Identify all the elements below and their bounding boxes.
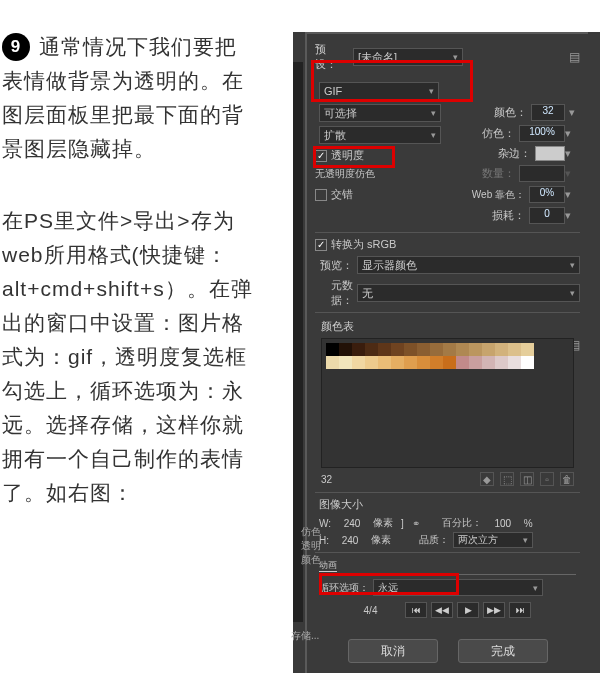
matte-swatch[interactable] — [535, 146, 565, 161]
colors-label: 颜色： — [457, 105, 531, 120]
quality-label: 品质： — [419, 533, 449, 547]
preview-label: 预览： — [315, 258, 357, 273]
prev-frame-button[interactable]: ◀◀ — [431, 602, 453, 618]
matte-dither-label: 无透明度仿色 — [315, 167, 375, 181]
width-input[interactable]: 240 — [335, 518, 369, 529]
dither-amt-label: 仿色： — [457, 126, 519, 141]
color-count: 32 — [321, 474, 332, 485]
metadata-label: 元数据： — [315, 278, 357, 308]
lock-icon[interactable]: ⬚ — [500, 472, 514, 486]
dither-amt-input[interactable]: 100% — [519, 125, 565, 142]
preview-select[interactable]: 显示器颜色▾ — [357, 256, 580, 274]
highlight-loop — [319, 573, 459, 595]
save-for-web-panel: 预设： [未命名]▾ ▤ GIF▾ 可选择▾ 扩散▾ ✓透明度 无透明度仿色 交… — [293, 32, 600, 673]
metadata-select[interactable]: 无▾ — [357, 284, 580, 302]
cancel-button[interactable]: 取消 — [348, 639, 438, 663]
highlight-transparency — [313, 146, 395, 168]
lossy-input[interactable]: 0 — [529, 207, 565, 224]
percent-unit: % — [524, 518, 533, 529]
amount-label: 数量： — [457, 166, 519, 181]
quality-select[interactable]: 两次立方▾ — [453, 532, 533, 548]
interlaced-label: 交错 — [331, 187, 353, 202]
instruction-text: 9 通常情况下我们要把表情做背景为透明的。在图层面板里把最下面的背景图层隐藏掉。… — [2, 30, 257, 510]
dither-select[interactable]: 扩散▾ — [319, 126, 441, 144]
reduction-select[interactable]: 可选择▾ — [319, 104, 441, 122]
percent-label: 百分比： — [442, 516, 482, 530]
side-label-c: 颜色 — [293, 553, 321, 567]
last-frame-button[interactable]: ⏭ — [509, 602, 531, 618]
lossy-label: 损耗： — [457, 208, 529, 223]
color-table-section: 颜色表 ▤ 32 ◆ ⬚ ◫ ▫ 🗑 — [321, 319, 574, 486]
frame-position: 4/4 — [364, 605, 378, 616]
interlaced-checkbox[interactable] — [315, 189, 327, 201]
image-size-title: 图像大小 — [319, 497, 576, 512]
paragraph-2: 在PS里文件>导出>存为web所用格式(快捷键：alt+cmd+shift+s）… — [2, 204, 257, 510]
menu-icon[interactable]: ▤ — [569, 50, 580, 64]
map-icon[interactable]: ◫ — [520, 472, 534, 486]
websnap-label: Web 靠色： — [457, 188, 529, 202]
animation-tab[interactable]: 动画 — [319, 560, 337, 572]
trash-icon[interactable]: 🗑 — [560, 472, 574, 486]
color-table-title: 颜色表 — [321, 319, 574, 334]
new-icon[interactable]: ▫ — [540, 472, 554, 486]
percent-input[interactable]: 100 — [486, 518, 520, 529]
side-label-a: 仿色 — [293, 525, 321, 539]
height-unit: 像素 — [371, 533, 391, 547]
play-button[interactable]: ▶ — [457, 602, 479, 618]
width-unit: 像素 — [373, 516, 393, 530]
next-frame-button[interactable]: ▶▶ — [483, 602, 505, 618]
matte-label: 杂边： — [457, 146, 535, 161]
storage-hint[interactable]: 存储... — [291, 629, 319, 643]
step-badge: 9 — [2, 33, 30, 61]
color-table-grid[interactable] — [321, 338, 574, 468]
warning-icon[interactable]: ◆ — [480, 472, 494, 486]
srgb-checkbox[interactable]: ✓ — [315, 239, 327, 251]
first-frame-button[interactable]: ⏮ — [405, 602, 427, 618]
paragraph-1: 通常情况下我们要把表情做背景为透明的。在图层面板里把最下面的背景图层隐藏掉。 — [2, 35, 244, 160]
animation-section: 动画 循环选项： 永远▾ 4/4 ⏮ ◀◀ ▶ ▶▶ ⏭ — [319, 559, 576, 618]
done-button[interactable]: 完成 — [458, 639, 548, 663]
height-input[interactable]: 240 — [333, 535, 367, 546]
colors-input[interactable]: 32 — [531, 104, 565, 121]
amount-input — [519, 165, 565, 182]
image-size-section: 图像大小 W: 240 像素 ] ⚭ 百分比： 100 % H: 240 像素 … — [319, 497, 576, 548]
side-label-b: 透明 — [293, 539, 321, 553]
highlight-format — [311, 60, 473, 102]
srgb-label: 转换为 sRGB — [331, 237, 396, 252]
websnap-input[interactable]: 0% — [529, 186, 565, 203]
